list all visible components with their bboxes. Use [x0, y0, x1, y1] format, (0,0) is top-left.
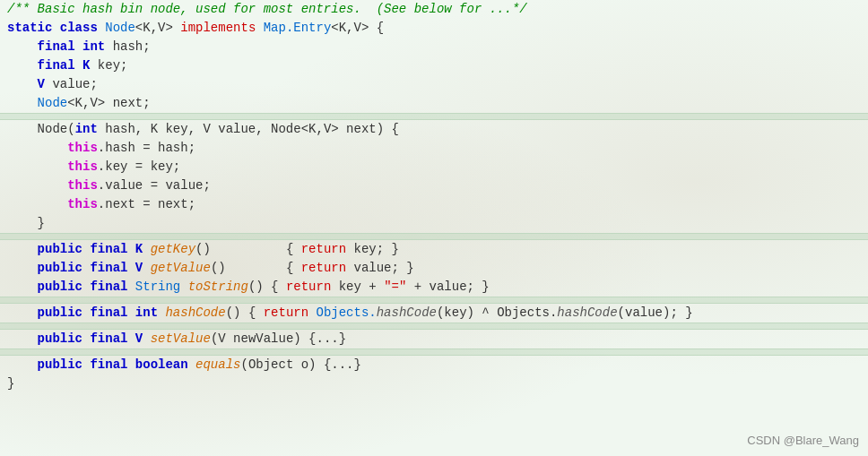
line-content: }	[7, 374, 861, 393]
line-content: V value;	[7, 75, 861, 94]
token-kw: V	[135, 331, 151, 346]
token-this-kw: this	[7, 159, 98, 174]
token-plain: .hash = hash;	[98, 141, 195, 155]
token-plain: }	[7, 216, 45, 230]
code-line: this.hash = hash;	[0, 139, 868, 158]
token-plain: .value = value;	[98, 178, 211, 193]
token-kw: public	[7, 280, 90, 294]
line-content: public final V getValue() { return value…	[7, 259, 861, 278]
token-kw: int	[75, 122, 106, 136]
line-content: public final boolean equals(Object o) {.…	[7, 356, 861, 374]
token-kw: int	[82, 39, 113, 54]
code-line: this.next = next;	[0, 195, 868, 214]
token-plain: Node(	[7, 122, 75, 136]
token-kw: boolean	[135, 357, 195, 372]
line-content: public final K getKey() { return key; }	[7, 240, 861, 259]
token-this-kw: this	[7, 178, 98, 193]
token-plain: (key) ^ Objects.	[437, 305, 557, 320]
token-kw: final	[90, 357, 135, 372]
token-classname: Map.Entry	[264, 21, 332, 35]
line-content: /** Basic hash bin node, used for most e…	[7, 0, 861, 19]
token-kw: V	[135, 261, 151, 275]
token-kw: public	[7, 261, 90, 275]
token-method: setValue	[151, 331, 211, 346]
token-plain: .key = key;	[98, 159, 180, 174]
code-line: }	[0, 214, 868, 233]
code-separator	[0, 348, 868, 356]
line-content: Node<K,V> next;	[7, 94, 861, 113]
line-content: static class Node<K,V> implements Map.En…	[7, 19, 861, 38]
token-plain: .next = next;	[98, 197, 195, 211]
token-kw: static	[7, 21, 60, 35]
token-method: hashCode	[165, 305, 225, 320]
code-line: public final V setValue(V newValue) {...…	[0, 330, 868, 348]
token-kw: public	[7, 305, 90, 320]
token-kw2: implements	[180, 21, 263, 35]
token-plain: hash;	[113, 39, 151, 54]
token-plain: <K,V>	[135, 21, 180, 35]
token-kw: class	[60, 21, 105, 35]
token-comment: /** Basic hash bin node, used for most e…	[7, 2, 527, 16]
code-line: final int hash;	[0, 38, 868, 56]
token-kw: final	[7, 39, 82, 54]
code-line: public final V getValue() { return value…	[0, 259, 868, 278]
token-kw: int	[135, 305, 166, 320]
line-content: final K key;	[7, 56, 861, 75]
token-plain: (Object o) {...}	[240, 357, 360, 372]
code-container: /** Basic hash bin node, used for most e…	[0, 0, 868, 456]
token-kw: final	[7, 58, 82, 73]
token-kw: final	[90, 242, 135, 256]
token-italic-method: hashCode	[377, 305, 437, 320]
token-plain: next;	[113, 96, 151, 110]
token-plain: next) {	[339, 122, 399, 136]
token-classname: String	[135, 280, 188, 294]
code-line: Node<K,V> next;	[0, 94, 868, 113]
code-line: public final K getKey() { return key; }	[0, 240, 868, 259]
token-kw: public	[7, 357, 90, 372]
token-kw: K	[135, 242, 151, 256]
token-plain: () {	[195, 242, 301, 256]
line-content: final int hash;	[7, 38, 861, 56]
code-line: public final boolean equals(Object o) {.…	[0, 356, 868, 374]
token-plain: hash, K key, V value, Node	[105, 122, 300, 136]
line-content: public final V setValue(V newValue) {...…	[7, 330, 861, 348]
token-kw: final	[90, 261, 135, 275]
line-content: }	[7, 214, 861, 233]
code-line: /** Basic hash bin node, used for most e…	[0, 0, 868, 19]
token-kw2: return	[286, 280, 339, 294]
code-separator	[0, 323, 868, 330]
token-plain: (value); }	[618, 305, 693, 320]
token-method: toString	[188, 280, 248, 294]
token-plain: () {	[211, 261, 301, 275]
token-plain: <K,V>	[67, 96, 112, 110]
code-line: }	[0, 374, 868, 393]
token-plain: key +	[339, 280, 384, 294]
token-plain: key; }	[354, 242, 399, 256]
token-plain: <K,V> {	[331, 21, 384, 35]
code-separator	[0, 113, 868, 120]
token-method: getValue	[151, 261, 211, 275]
watermark: CSDN @Blare_Wang	[747, 434, 859, 447]
token-kw: K	[82, 58, 98, 73]
code-line: this.key = key;	[0, 158, 868, 176]
token-kw2: return	[264, 305, 317, 320]
code-block: /** Basic hash bin node, used for most e…	[0, 0, 868, 393]
token-classname: Node	[105, 21, 135, 35]
token-kw2: return	[301, 261, 354, 275]
code-line: public final int hashCode() { return Obj…	[0, 304, 868, 323]
code-line: static class Node<K,V> implements Map.En…	[0, 19, 868, 38]
code-line: this.value = value;	[0, 176, 868, 195]
token-kw: final	[90, 331, 135, 346]
token-kw: public	[7, 331, 90, 346]
token-kw: V	[7, 77, 52, 91]
token-plain: value;	[52, 77, 97, 91]
line-content: this.next = next;	[7, 195, 861, 214]
token-this-kw: this	[7, 197, 98, 211]
token-plain: }	[7, 376, 14, 391]
token-this-kw: this	[7, 141, 98, 155]
token-method: equals	[195, 357, 240, 372]
token-plain: value; }	[354, 261, 414, 275]
token-plain: () {	[248, 280, 286, 294]
code-line: V value;	[0, 75, 868, 94]
token-plain: key;	[98, 58, 128, 73]
